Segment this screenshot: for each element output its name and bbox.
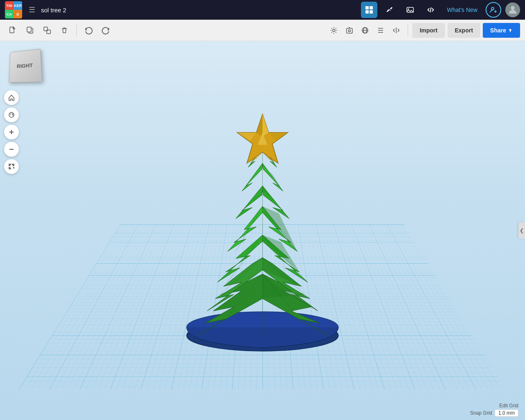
gallery-button[interactable]	[402, 2, 418, 18]
toolbar-separator-2	[408, 24, 408, 37]
snap-grid-row: Snap Grid 1.0 mm	[470, 409, 518, 417]
toolbar-right-buttons: Import Export Share	[412, 23, 520, 38]
view-cube[interactable]: RIGHT	[8, 49, 41, 82]
svg-point-13	[333, 29, 335, 32]
add-user-button[interactable]	[486, 2, 501, 18]
project-icon[interactable]: ☰	[29, 5, 35, 14]
edit-grid-label[interactable]: Edit Grid	[499, 403, 518, 409]
snap-grid-label: Snap Grid	[470, 410, 492, 416]
logo-ca: CA	[5, 10, 14, 18]
left-controls	[4, 90, 19, 174]
new-document-button[interactable]	[5, 23, 21, 38]
whats-new-button[interactable]: What's New	[443, 4, 482, 16]
logo-d: D	[14, 10, 22, 18]
viewport-status: Edit Grid Snap Grid 1.0 mm	[470, 403, 518, 417]
zoom-in-button[interactable]	[4, 125, 19, 139]
fit-view-button[interactable]	[4, 159, 19, 174]
grid-view-button[interactable]	[361, 2, 377, 18]
toolbar-separator	[76, 24, 77, 37]
duplicate-button[interactable]	[39, 23, 55, 38]
ortho-button[interactable]	[358, 23, 372, 38]
redo-button[interactable]	[98, 23, 114, 38]
svg-rect-2	[365, 10, 369, 14]
christmas-tree-model	[160, 81, 365, 368]
import-button[interactable]: Import	[412, 23, 445, 38]
svg-rect-3	[370, 10, 373, 14]
project-title: sol tree 2	[41, 7, 66, 14]
mirror-button[interactable]	[389, 23, 404, 38]
home-view-button[interactable]	[4, 90, 19, 105]
delete-button[interactable]	[57, 23, 72, 38]
svg-rect-0	[365, 6, 369, 9]
3d-viewport[interactable]: RIGHT	[0, 41, 525, 420]
right-panel-toggle[interactable]: ❮	[518, 222, 525, 239]
user-avatar[interactable]	[505, 2, 520, 17]
view-icons-group	[326, 23, 404, 38]
cube-face-right[interactable]: RIGHT	[9, 49, 42, 83]
zoom-out-button[interactable]	[4, 142, 19, 157]
tools-button[interactable]	[381, 2, 398, 18]
snap-grid-value[interactable]: 1.0 mm	[495, 409, 518, 417]
light-toggle-button[interactable]	[326, 23, 341, 38]
toolbar: Import Export Share	[0, 20, 525, 41]
svg-point-14	[349, 30, 351, 32]
svg-marker-32	[262, 163, 283, 191]
svg-rect-1	[370, 6, 373, 9]
tinkercad-logo[interactable]: TIN KER CA D	[5, 1, 22, 18]
svg-point-7	[511, 6, 514, 10]
svg-point-6	[491, 7, 494, 10]
camera-button[interactable]	[342, 23, 357, 38]
align-button[interactable]	[373, 23, 388, 38]
export-button[interactable]: Export	[447, 23, 480, 38]
top-navigation: TIN KER CA D ☰ sol tree 2 What's New	[0, 0, 525, 20]
code-button[interactable]	[422, 2, 439, 18]
share-button[interactable]: Share	[483, 23, 520, 38]
copy-button[interactable]	[22, 23, 38, 38]
undo-button[interactable]	[81, 23, 96, 38]
logo-tin: TIN	[5, 1, 14, 10]
rotate-view-button[interactable]	[4, 107, 19, 122]
logo-ker: KER	[14, 1, 22, 10]
svg-rect-10	[27, 27, 31, 32]
main-area: RIGHT	[0, 41, 525, 420]
